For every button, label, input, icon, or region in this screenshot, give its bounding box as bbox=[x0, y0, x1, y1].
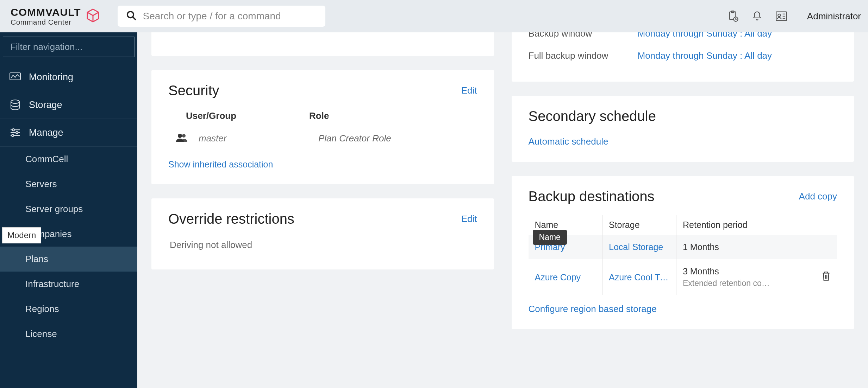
sidebar-sub-commcell[interactable]: CommCell bbox=[0, 147, 137, 172]
main-content: Unix / - All contents Security Edit User… bbox=[137, 32, 868, 388]
sidebar-sub-infrastructure[interactable]: Infrastructure bbox=[0, 272, 137, 297]
filter-navigation-input[interactable]: Filter navigation... bbox=[3, 37, 135, 57]
search-box[interactable] bbox=[118, 6, 325, 27]
clipboard-icon[interactable] bbox=[728, 11, 738, 22]
security-header-role: Role bbox=[309, 110, 329, 121]
automatic-schedule-link[interactable]: Automatic schedule bbox=[529, 136, 608, 147]
backup-window-label: Backup window bbox=[529, 32, 638, 39]
security-role: Plan Creator Role bbox=[315, 133, 391, 144]
backup-window-value[interactable]: Monday through Sunday : All day bbox=[638, 32, 772, 39]
topbar-divider bbox=[797, 8, 797, 25]
secondary-schedule-title: Secondary schedule bbox=[529, 108, 837, 124]
sidebar-item-monitoring[interactable]: Monitoring bbox=[0, 63, 137, 91]
sidebar-sub-license[interactable]: License bbox=[0, 322, 137, 346]
dest-retention: 1 Months bbox=[683, 242, 719, 252]
sidebar-label-storage: Storage bbox=[29, 100, 62, 110]
security-user: master bbox=[199, 133, 315, 144]
svg-point-18 bbox=[178, 134, 182, 138]
security-title: Security bbox=[168, 83, 219, 98]
show-inherited-link[interactable]: Show inherited association bbox=[168, 159, 273, 169]
bc-sep: / bbox=[320, 32, 322, 34]
topbar: COMMVAULT Command Center Administrator bbox=[0, 0, 868, 32]
svg-point-15 bbox=[16, 132, 18, 134]
dest-name-link[interactable]: Azure Copy bbox=[535, 272, 581, 282]
search-icon bbox=[126, 10, 137, 22]
logo-cube-icon bbox=[85, 8, 101, 25]
override-edit-link[interactable]: Edit bbox=[461, 214, 477, 224]
svg-point-11 bbox=[11, 100, 19, 103]
bc-os: Unix bbox=[168, 32, 320, 34]
bc-contents: All contents bbox=[335, 32, 382, 34]
add-copy-link[interactable]: Add copy bbox=[799, 191, 837, 202]
th-name[interactable]: Name Name bbox=[529, 215, 602, 235]
storage-icon bbox=[9, 99, 21, 111]
id-card-icon[interactable] bbox=[776, 11, 787, 21]
sidebar-sub-server-groups[interactable]: Server groups bbox=[0, 197, 137, 222]
sidebar-sub-plans[interactable]: Plans bbox=[0, 247, 137, 272]
svg-point-13 bbox=[12, 129, 14, 131]
dest-retention: 3 Months bbox=[683, 266, 808, 276]
override-title: Override restrictions bbox=[168, 211, 294, 227]
modern-badge: Modern bbox=[2, 227, 41, 243]
brand-sub: Command Center bbox=[11, 18, 81, 26]
rpo-card: Add full backup Backup window Monday thr… bbox=[512, 32, 854, 82]
manage-icon bbox=[9, 127, 21, 139]
full-backup-window-label: Full backup window bbox=[529, 50, 638, 61]
security-row: master Plan Creator Role bbox=[168, 131, 477, 153]
backup-destinations-card: Backup destinations Add copy Name Name S… bbox=[512, 176, 854, 329]
trash-icon[interactable] bbox=[822, 273, 831, 283]
sidebar-item-manage[interactable]: Manage bbox=[0, 119, 137, 147]
th-storage[interactable]: Storage bbox=[602, 215, 676, 235]
security-header-user: User/Group bbox=[186, 110, 309, 121]
svg-line-1 bbox=[133, 17, 136, 20]
svg-point-6 bbox=[778, 14, 780, 17]
security-edit-link[interactable]: Edit bbox=[461, 85, 477, 96]
svg-point-19 bbox=[182, 134, 186, 138]
sidebar-label-manage: Manage bbox=[29, 127, 63, 138]
sidebar: Filter navigation... Monitoring Storage … bbox=[0, 32, 137, 388]
logo: COMMVAULT Command Center bbox=[0, 7, 111, 26]
topbar-icons bbox=[728, 11, 787, 22]
override-card: Override restrictions Edit Deriving not … bbox=[151, 198, 494, 269]
table-row: Primary Local Storage 1 Months bbox=[529, 235, 837, 259]
search-input[interactable] bbox=[143, 11, 317, 22]
sidebar-sub-regions[interactable]: Regions bbox=[0, 297, 137, 322]
configure-region-storage-link[interactable]: Configure region based storage bbox=[529, 304, 657, 314]
dest-storage-link[interactable]: Local Storage bbox=[609, 242, 663, 252]
users-icon bbox=[175, 133, 189, 144]
th-retention[interactable]: Retention period bbox=[676, 215, 815, 235]
secondary-schedule-card: Secondary schedule Automatic schedule bbox=[512, 96, 854, 162]
full-backup-window-value[interactable]: Monday through Sunday : All day bbox=[638, 50, 772, 61]
filter-placeholder: Filter navigation... bbox=[10, 42, 82, 52]
dest-retention-sub: Extended retention configured bbox=[683, 279, 771, 288]
table-row: Azure Copy Azure Cool Tier Storage 3 Mon… bbox=[529, 259, 837, 295]
sidebar-label-monitoring: Monitoring bbox=[29, 72, 73, 83]
svg-point-0 bbox=[127, 12, 133, 18]
bc-dash: - bbox=[328, 32, 331, 34]
security-card: Security Edit User/Group Role master Pla… bbox=[151, 70, 494, 184]
backup-content-card: Unix / - All contents bbox=[151, 32, 494, 56]
th-name-tooltip: Name bbox=[533, 230, 567, 245]
dest-storage-link[interactable]: Azure Cool Tier Storage bbox=[609, 272, 669, 282]
backup-destinations-title: Backup destinations bbox=[529, 189, 655, 204]
bell-icon[interactable] bbox=[752, 11, 762, 22]
brand-name: COMMVAULT bbox=[11, 7, 81, 18]
destinations-table: Name Name Storage Retention period Prima… bbox=[529, 215, 837, 295]
svg-point-17 bbox=[12, 134, 14, 136]
override-text: Deriving not allowed bbox=[168, 237, 477, 255]
right-column: Add full backup Backup window Monday thr… bbox=[512, 32, 854, 329]
left-column: Unix / - All contents Security Edit User… bbox=[151, 32, 494, 329]
monitoring-icon bbox=[9, 71, 21, 83]
admin-label[interactable]: Administrator bbox=[807, 11, 861, 22]
sidebar-item-storage[interactable]: Storage bbox=[0, 91, 137, 119]
sidebar-sub-servers[interactable]: Servers bbox=[0, 172, 137, 197]
th-actions bbox=[815, 215, 837, 235]
